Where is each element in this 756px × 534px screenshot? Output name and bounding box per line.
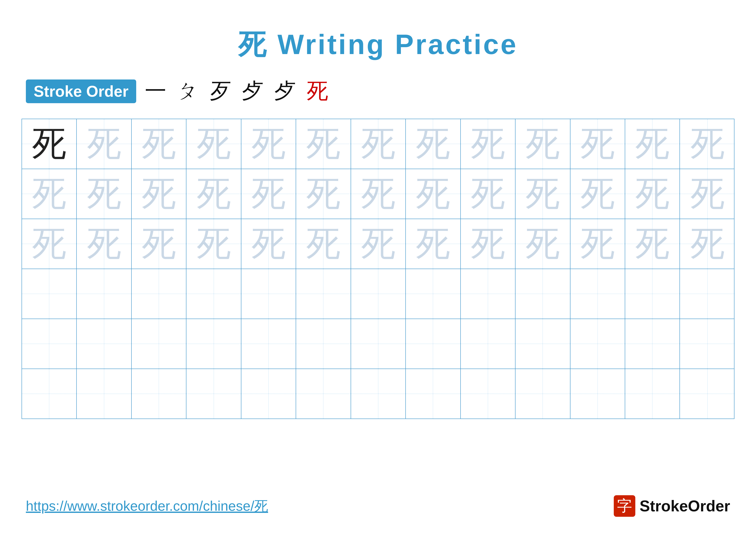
grid-cell-0-11: 死 xyxy=(625,119,680,169)
grid-cell-4-1 xyxy=(77,319,131,369)
grid-cell-5-12 xyxy=(680,369,735,419)
stroke-4: 歺 xyxy=(242,77,263,106)
logo-text: StrokeOrder xyxy=(640,497,730,515)
grid-cell-2-12: 死 xyxy=(680,219,735,268)
stroke-sequence: 一 ㄆ 歹 歺 歺 死 xyxy=(145,77,328,106)
grid-cell-1-11: 死 xyxy=(625,169,680,219)
grid-cell-1-5: 死 xyxy=(296,169,351,219)
footer-url[interactable]: https://www.strokeorder.com/chinese/死 xyxy=(26,497,268,516)
grid-cell-1-0: 死 xyxy=(22,169,77,219)
badge-label: Stroke Order xyxy=(34,83,128,100)
grid-cell-2-9: 死 xyxy=(516,219,570,268)
grid-cell-4-2 xyxy=(132,319,186,369)
grid-cell-0-2: 死 xyxy=(132,119,186,169)
grid-cell-4-12 xyxy=(680,319,735,369)
grid-cell-2-8: 死 xyxy=(461,219,516,268)
grid-cell-5-5 xyxy=(296,369,351,419)
grid-cell-4-6 xyxy=(351,319,406,369)
grid-cell-0-10: 死 xyxy=(570,119,625,169)
grid-cell-5-6 xyxy=(351,369,406,419)
grid-cell-0-3: 死 xyxy=(186,119,241,169)
grid-cell-1-7: 死 xyxy=(406,169,461,219)
grid-cell-1-8: 死 xyxy=(461,169,516,219)
grid-cell-3-6 xyxy=(351,269,406,318)
grid-cell-5-9 xyxy=(516,369,570,419)
grid-cell-2-4: 死 xyxy=(241,219,296,268)
grid-cell-4-11 xyxy=(625,319,680,369)
grid-cell-0-5: 死 xyxy=(296,119,351,169)
footer-url-text: https://www.strokeorder.com/chinese/死 xyxy=(26,498,268,514)
stroke-6: 死 xyxy=(307,77,328,106)
grid-row-3 xyxy=(22,269,734,319)
grid-cell-5-3 xyxy=(186,369,241,419)
grid-cell-2-1: 死 xyxy=(77,219,131,268)
grid-cell-4-7 xyxy=(406,319,461,369)
grid-cell-0-4: 死 xyxy=(241,119,296,169)
grid-cell-1-9: 死 xyxy=(516,169,570,219)
grid-cell-0-12: 死 xyxy=(680,119,735,169)
grid-cell-5-11 xyxy=(625,369,680,419)
footer-logo: 字 StrokeOrder xyxy=(614,495,730,517)
grid-cell-4-8 xyxy=(461,319,516,369)
grid-cell-5-8 xyxy=(461,369,516,419)
grid-cell-2-2: 死 xyxy=(132,219,186,268)
stroke-order-row: Stroke Order 一 ㄆ 歹 歺 歺 死 xyxy=(26,77,756,106)
logo-char: 字 xyxy=(617,496,632,516)
grid-cell-2-10: 死 xyxy=(570,219,625,268)
grid-cell-0-0: 死 xyxy=(22,119,77,169)
title-text: 死 Writing Practice xyxy=(238,29,518,60)
grid-cell-0-6: 死 xyxy=(351,119,406,169)
grid-cell-4-9 xyxy=(516,319,570,369)
grid-cell-2-3: 死 xyxy=(186,219,241,268)
grid-cell-1-1: 死 xyxy=(77,169,131,219)
grid-row-4 xyxy=(22,319,734,369)
grid-cell-2-6: 死 xyxy=(351,219,406,268)
grid-cell-2-7: 死 xyxy=(406,219,461,268)
grid-cell-3-7 xyxy=(406,269,461,318)
grid-cell-1-2: 死 xyxy=(132,169,186,219)
grid-cell-3-5 xyxy=(296,269,351,318)
grid-cell-1-4: 死 xyxy=(241,169,296,219)
logo-icon: 字 xyxy=(614,495,635,517)
grid-cell-0-1: 死 xyxy=(77,119,131,169)
grid-cell-3-1 xyxy=(77,269,131,318)
grid-cell-1-12: 死 xyxy=(680,169,735,219)
grid-cell-3-8 xyxy=(461,269,516,318)
grid-cell-3-9 xyxy=(516,269,570,318)
grid-cell-2-11: 死 xyxy=(625,219,680,268)
grid-cell-3-2 xyxy=(132,269,186,318)
grid-cell-5-1 xyxy=(77,369,131,419)
grid-cell-3-3 xyxy=(186,269,241,318)
grid-cell-4-10 xyxy=(570,319,625,369)
grid-row-2: 死 死 死 死 死 死 死 死 死 死 死 死 死 xyxy=(22,219,734,269)
grid-cell-3-10 xyxy=(570,269,625,318)
grid-cell-4-4 xyxy=(241,319,296,369)
grid-cell-3-12 xyxy=(680,269,735,318)
grid-cell-2-5: 死 xyxy=(296,219,351,268)
practice-grid: 死 死 死 死 死 死 死 死 死 死 死 死 死 死 死 死 死 死 死 死 … xyxy=(21,119,735,419)
grid-cell-5-0 xyxy=(22,369,77,419)
grid-cell-0-7: 死 xyxy=(406,119,461,169)
page-title: 死 Writing Practice xyxy=(0,0,756,64)
grid-row-0: 死 死 死 死 死 死 死 死 死 死 死 死 死 xyxy=(22,119,734,169)
stroke-order-badge: Stroke Order xyxy=(26,80,136,103)
grid-cell-2-0: 死 xyxy=(22,219,77,268)
grid-cell-5-7 xyxy=(406,369,461,419)
stroke-1: 一 xyxy=(145,77,166,106)
stroke-2: ㄆ xyxy=(177,77,199,106)
stroke-5: 歺 xyxy=(274,77,296,106)
grid-cell-3-4 xyxy=(241,269,296,318)
grid-cell-5-4 xyxy=(241,369,296,419)
grid-cell-0-8: 死 xyxy=(461,119,516,169)
grid-cell-5-2 xyxy=(132,369,186,419)
grid-cell-0-9: 死 xyxy=(516,119,570,169)
grid-cell-4-5 xyxy=(296,319,351,369)
grid-cell-5-10 xyxy=(570,369,625,419)
grid-cell-1-10: 死 xyxy=(570,169,625,219)
footer: https://www.strokeorder.com/chinese/死 字 … xyxy=(26,495,730,517)
grid-cell-1-3: 死 xyxy=(186,169,241,219)
grid-cell-1-6: 死 xyxy=(351,169,406,219)
grid-cell-3-0 xyxy=(22,269,77,318)
stroke-3: 歹 xyxy=(210,77,231,106)
grid-row-1: 死 死 死 死 死 死 死 死 死 死 死 死 死 xyxy=(22,169,734,219)
